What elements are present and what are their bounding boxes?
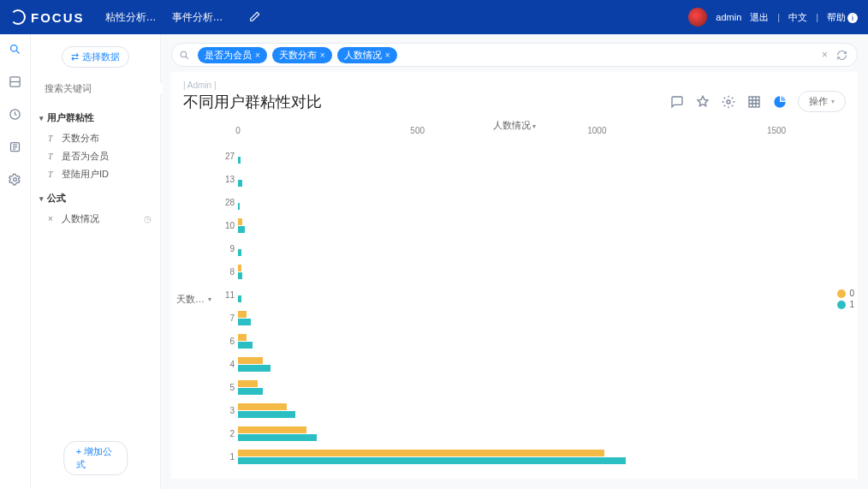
svg-point-0 [11, 45, 18, 51]
bar-series-1[interactable] [238, 249, 241, 256]
comment-icon[interactable] [669, 94, 685, 110]
bar-series-1[interactable] [238, 226, 245, 233]
query-clear-button[interactable]: × [818, 49, 831, 61]
edit-icon[interactable] [249, 10, 261, 25]
chart-row: 27 [238, 145, 794, 168]
rail-settings-icon[interactable] [8, 171, 23, 187]
operations-button[interactable]: 操作▾ [798, 91, 846, 112]
username[interactable]: admin [716, 12, 741, 22]
chart-row: 13 [238, 168, 794, 191]
pill-remove-icon[interactable]: × [320, 51, 325, 60]
pill-remove-icon[interactable]: × [255, 51, 260, 60]
rail-dashboard-icon[interactable] [8, 74, 23, 89]
bar-series-0[interactable] [238, 265, 241, 271]
logo-mark-icon [10, 9, 26, 25]
separator: | [816, 12, 818, 22]
chart-row: 10 [238, 214, 794, 237]
bar-series-1[interactable] [238, 388, 263, 395]
bar-series-1[interactable] [238, 295, 241, 302]
gear-icon[interactable] [721, 94, 736, 110]
group-user-stickiness[interactable]: 用户群粘性 [39, 111, 152, 124]
chart-row: 4 [238, 353, 794, 376]
y-axis-label[interactable]: 天数… [176, 293, 211, 306]
pill-remove-icon[interactable]: × [385, 51, 390, 60]
bar-series-0[interactable] [238, 380, 258, 387]
nav-stickiness-analysis[interactable]: 粘性分析… [105, 10, 157, 25]
clock-icon: ◷ [144, 214, 152, 224]
bar-series-0[interactable] [238, 218, 242, 225]
chart-bars: 2713281098117645321 [238, 145, 794, 468]
select-data-button[interactable]: ⇄选择数据 [62, 46, 129, 68]
bar-series-1[interactable] [238, 434, 317, 441]
sidebar-search[interactable] [39, 80, 152, 103]
avatar[interactable] [688, 8, 707, 27]
svg-point-6 [181, 51, 187, 57]
x-axis: 050010001500 [238, 126, 794, 140]
bar-series-0[interactable] [238, 403, 287, 410]
pill-is-member[interactable]: 是否为会员× [198, 47, 267, 63]
pin-icon[interactable] [695, 94, 710, 110]
query-bar[interactable]: 是否为会员× 天数分布× 人数情况× × [171, 43, 858, 67]
formula-people-count[interactable]: ×人数情况◷ [39, 210, 152, 228]
rail-search-icon[interactable] [8, 41, 23, 57]
brand-logo[interactable]: FOCUS [10, 9, 85, 25]
chart-row: 6 [238, 330, 794, 353]
bar-series-0[interactable] [238, 311, 247, 318]
table-icon[interactable] [746, 94, 762, 110]
bar-series-1[interactable] [238, 319, 251, 325]
bar-series-1[interactable] [238, 342, 253, 349]
brand-text: FOCUS [31, 10, 85, 25]
query-refresh-button[interactable] [836, 50, 850, 61]
field-is-member[interactable]: T是否为会员 [39, 147, 152, 165]
chart-row: 11 [238, 283, 794, 307]
chart-row: 5 [238, 376, 794, 399]
logout-link[interactable]: 退出 [750, 11, 769, 24]
chart-row: 8 [238, 260, 794, 283]
nav-event-analysis[interactable]: 事件分析… [172, 10, 223, 25]
field-days-distribution[interactable]: T天数分布 [39, 129, 152, 147]
chart-row: 9 [238, 237, 794, 260]
bar-series-1[interactable] [238, 457, 626, 464]
chart-row: 3 [238, 399, 794, 422]
bar-series-1[interactable] [238, 180, 242, 187]
chart-icon[interactable] [772, 94, 788, 110]
bar-series-1[interactable] [238, 411, 295, 418]
bar-series-0[interactable] [238, 334, 247, 341]
field-login-user-id[interactable]: T登陆用户ID [39, 165, 152, 183]
rail-clock-icon[interactable] [8, 106, 23, 122]
help-link[interactable]: 帮助i [827, 11, 858, 24]
bar-series-1[interactable] [238, 203, 240, 210]
breadcrumb: | Admin | [183, 81, 322, 90]
svg-point-7 [727, 100, 730, 104]
query-search-icon[interactable] [179, 50, 193, 61]
bar-series-0[interactable] [238, 357, 263, 364]
bar-series-0[interactable] [238, 450, 604, 456]
rail-data-icon[interactable] [8, 139, 23, 154]
language-toggle[interactable]: 中文 [788, 11, 807, 24]
legend-item-1[interactable]: 1 [837, 300, 854, 309]
chart-row: 2 [238, 422, 794, 445]
page-title: 不同用户群粘性对比 [183, 92, 322, 112]
bar-series-1[interactable] [238, 272, 242, 279]
bar-series-0[interactable] [238, 426, 306, 433]
pill-days-distribution[interactable]: 天数分布× [272, 47, 332, 63]
pill-people-count[interactable]: 人数情况× [337, 47, 397, 63]
group-formula[interactable]: 公式 [39, 192, 152, 205]
chart-row: 1 [238, 445, 794, 468]
search-input[interactable] [45, 83, 163, 93]
separator: | [777, 12, 780, 22]
chart-row: 28 [238, 191, 794, 214]
svg-point-4 [14, 177, 17, 181]
chart-row: 7 [238, 307, 794, 330]
svg-rect-8 [749, 97, 759, 107]
bar-series-1[interactable] [238, 157, 241, 164]
legend: 0 1 [837, 287, 854, 311]
legend-item-0[interactable]: 0 [837, 289, 854, 298]
bar-series-1[interactable] [238, 365, 271, 372]
add-formula-button[interactable]: + 增加公式 [63, 441, 128, 475]
